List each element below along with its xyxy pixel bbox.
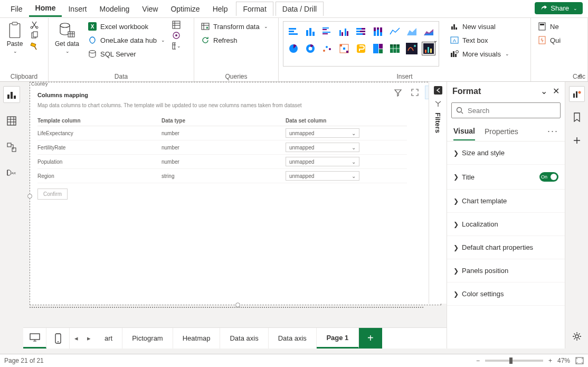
viz-custom-2-icon[interactable] xyxy=(422,42,435,55)
transform-data-button[interactable]: Transform data ⌄ xyxy=(198,20,270,33)
menu-insert[interactable]: Insert xyxy=(62,2,93,16)
tab-visual[interactable]: Visual xyxy=(453,124,475,140)
onelake-hub-button[interactable]: OneLake data hub ⌄ xyxy=(86,34,167,46)
add-page-button[interactable]: + xyxy=(359,328,382,349)
viz-pie-icon[interactable] xyxy=(287,42,300,55)
viz-stacked-column-icon[interactable] xyxy=(304,25,317,39)
sql-server-button[interactable]: SQL Server xyxy=(86,48,167,60)
format-panels-position[interactable]: ❯Panels position xyxy=(447,259,565,283)
mapping-dropdown[interactable]: unmapped⌄ xyxy=(286,157,359,166)
refresh-button[interactable]: Refresh xyxy=(198,34,270,46)
format-search[interactable] xyxy=(451,102,561,118)
viz-clustered-column-icon[interactable] xyxy=(337,25,351,39)
format-visual-pane-icon[interactable] xyxy=(569,86,585,102)
recent-sources-icon[interactable]: ⌄ xyxy=(172,41,181,51)
text-box-button[interactable]: A Text box xyxy=(448,34,511,46)
menu-optimize[interactable]: Optimize xyxy=(164,2,206,16)
filters-pane-toggle-icon[interactable] xyxy=(434,100,442,108)
tab-properties[interactable]: Properties xyxy=(485,124,518,140)
close-icon[interactable]: ✕ xyxy=(553,87,559,96)
mapping-dropdown[interactable]: unmapped⌄ xyxy=(286,128,359,138)
model-view-icon[interactable] xyxy=(3,139,20,156)
confirm-button: Confirm xyxy=(37,189,68,200)
new-measure-button[interactable]: Ne xyxy=(535,20,563,33)
viz-stacked-bar-icon[interactable] xyxy=(287,25,300,39)
filters-pane-label[interactable]: Filters xyxy=(434,112,442,133)
report-view-icon[interactable] xyxy=(3,86,20,103)
menu-file[interactable]: File xyxy=(4,2,29,16)
menu-home[interactable]: Home xyxy=(29,1,62,17)
menu-modeling[interactable]: Modeling xyxy=(93,2,136,16)
dataverse-icon[interactable] xyxy=(172,31,181,40)
search-input[interactable] xyxy=(468,107,556,115)
zoom-in-button[interactable]: + xyxy=(548,357,552,364)
quick-measure-button[interactable]: Qui xyxy=(535,34,563,46)
zoom-slider[interactable] xyxy=(485,360,543,362)
more-visuals-button[interactable]: More visuals ⌄ xyxy=(448,48,511,60)
viz-key-influencers-icon[interactable] xyxy=(354,42,368,55)
menu-format[interactable]: Format xyxy=(236,2,273,16)
mobile-layout-icon[interactable] xyxy=(46,328,70,349)
zoom-out-button[interactable]: − xyxy=(476,357,480,364)
format-pane-title: Format xyxy=(452,87,481,96)
format-painter-icon[interactable] xyxy=(30,41,39,51)
page-tab[interactable]: Data axis xyxy=(269,328,317,349)
cut-icon[interactable] xyxy=(30,20,39,30)
viz-100-stacked-column-icon[interactable] xyxy=(371,25,385,39)
viz-table-icon[interactable] xyxy=(388,42,402,55)
more-options-icon[interactable]: ··· xyxy=(547,123,558,141)
enter-data-icon[interactable] xyxy=(172,20,181,30)
page-tab[interactable]: Heatmap xyxy=(173,328,221,349)
paste-button[interactable]: Paste ⌄ xyxy=(4,20,25,56)
viz-matrix-icon[interactable] xyxy=(337,42,351,55)
page-tab[interactable]: art xyxy=(95,328,122,349)
format-default-chart-properties[interactable]: ❯Default chart properties xyxy=(447,236,565,259)
viz-treemap-icon[interactable] xyxy=(371,42,385,55)
format-chart-template[interactable]: ❯Chart template xyxy=(447,190,565,213)
copy-icon[interactable] xyxy=(30,31,39,40)
add-pane-icon[interactable] xyxy=(569,133,585,148)
desktop-layout-icon[interactable] xyxy=(23,328,46,349)
filter-icon[interactable] xyxy=(391,86,405,99)
format-size-style[interactable]: ❯Size and style xyxy=(447,142,565,165)
mapping-dropdown[interactable]: unmapped⌄ xyxy=(286,171,359,181)
fit-to-page-icon[interactable] xyxy=(575,357,584,364)
chevron-down-icon[interactable]: ⌄ xyxy=(433,37,438,43)
viz-stacked-area-icon[interactable] xyxy=(422,25,435,39)
format-title[interactable]: ❯ Title On xyxy=(447,165,565,190)
zoom-level[interactable]: 47% xyxy=(557,357,570,364)
menu-help[interactable]: Help xyxy=(206,2,234,16)
dax-view-icon[interactable]: AX xyxy=(3,165,20,182)
page-tab[interactable]: Pictogram xyxy=(122,328,173,349)
viz-donut-icon[interactable] xyxy=(304,42,317,55)
scroll-tabs-left-icon[interactable]: ◂ xyxy=(70,328,82,349)
collapse-ribbon-icon[interactable]: ㅅ xyxy=(577,71,583,80)
viz-clustered-bar-icon[interactable] xyxy=(320,25,334,39)
bookmarks-pane-icon[interactable] xyxy=(569,109,585,125)
share-button[interactable]: Share ⌄ xyxy=(535,2,583,14)
mapping-dropdown[interactable]: unmapped⌄ xyxy=(286,143,359,152)
expand-filters-icon[interactable] xyxy=(433,85,443,96)
format-color-settings[interactable]: ❯Color settings xyxy=(447,283,565,306)
format-localization[interactable]: ❯Localization xyxy=(447,213,565,236)
chevron-down-icon[interactable]: ⌄ xyxy=(540,87,547,96)
scroll-tabs-right-icon[interactable]: ▸ xyxy=(82,328,95,349)
table-view-icon[interactable] xyxy=(3,112,20,129)
page-tab[interactable]: Data axis xyxy=(220,328,268,349)
visual-selection-frame[interactable]: Country + Columns mapping Map data colum… xyxy=(30,82,441,305)
page-tab[interactable]: Page 1 xyxy=(317,328,359,349)
menu-datadrill[interactable]: Data / Drill xyxy=(276,2,324,16)
viz-line-icon[interactable] xyxy=(388,25,402,39)
viz-100-stacked-bar-icon[interactable] xyxy=(354,25,368,39)
focus-mode-icon[interactable] xyxy=(408,86,422,99)
get-data-button[interactable]: Get data ⌄ xyxy=(53,20,81,56)
viz-custom-1-icon[interactable] xyxy=(405,42,419,55)
menu-view[interactable]: View xyxy=(136,2,164,16)
excel-workbook-button[interactable]: X Excel workbook xyxy=(86,20,167,33)
new-visual-button[interactable]: New visual xyxy=(448,20,511,33)
visualizations-gallery[interactable]: ⌄ xyxy=(283,21,439,67)
viz-scatter-icon[interactable] xyxy=(320,42,334,55)
settings-icon[interactable] xyxy=(569,328,585,344)
title-toggle[interactable]: On xyxy=(539,172,558,182)
viz-area-icon[interactable] xyxy=(405,25,419,39)
